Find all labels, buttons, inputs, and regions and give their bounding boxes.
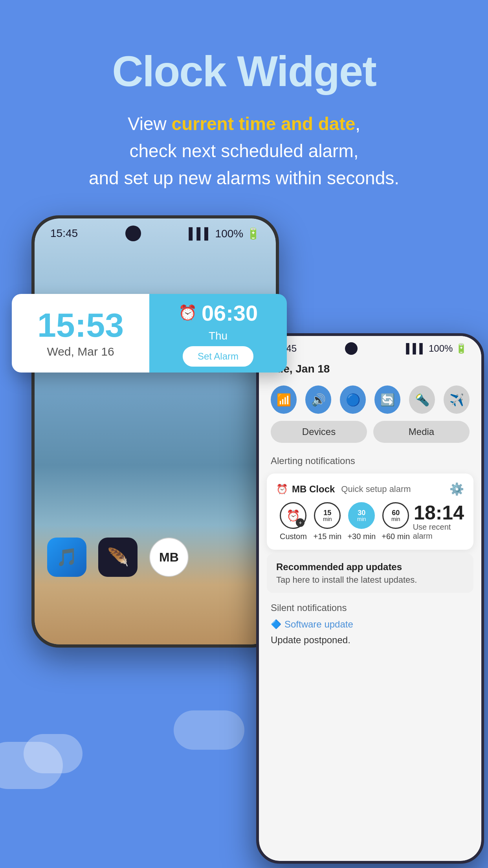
app-icons-row: 🎵 🪶 MB <box>47 538 189 577</box>
custom-alarm-icon: ⏰ + <box>280 502 306 529</box>
header-subtitle: View current time and date, check next s… <box>24 110 464 192</box>
subtitle-comma: , <box>355 114 360 134</box>
widget-time-section: 15:53 Wed, Mar 16 <box>12 294 149 373</box>
dark-app-icon[interactable]: 🪶 <box>98 538 138 577</box>
cloud-decoration-left <box>0 726 118 805</box>
widget-current-time: 15:53 <box>37 308 124 342</box>
news-app-icon[interactable]: MB <box>149 538 189 577</box>
mb-clock-app-name: MB Clock <box>292 484 335 495</box>
subtitle-line2: check next scheduled alarm, <box>130 141 359 161</box>
phones-container: 15:45 ▌▌▌ 100% 🔋 15:53 Wed, Mar 16 ⏰ 06:… <box>0 215 488 805</box>
alarm-clock-icon: ⏰ <box>178 304 197 321</box>
recommended-text: Tap here to install the latest updates. <box>276 575 464 585</box>
custom-alarm-label: Custom <box>280 532 307 541</box>
recommended-title: Recommended app updates <box>276 562 464 573</box>
update-postponed-text: Update postponed. <box>259 632 481 653</box>
back-status-time: 15:45 <box>50 227 78 240</box>
mb-clock-settings-icon[interactable]: ⚙️ <box>449 482 464 496</box>
notification-date: Tue, Jan 18 <box>259 355 481 382</box>
software-update-icon: 🔷 <box>271 619 281 629</box>
mb-clock-notif-left: ⏰ MB Clock Quick setup alarm <box>276 484 411 495</box>
plus60-alarm-icon: 60 min <box>382 502 409 529</box>
mb-clock-actions-row: ⏰ + Custom 15 min +15 min <box>276 502 464 541</box>
front-status-right: ▌▌▌ 100% 🔋 <box>406 343 467 354</box>
alerting-notifications-label: Alerting notifications <box>259 449 481 470</box>
rotate-toggle[interactable]: 🔄 <box>374 385 400 414</box>
front-camera-notch <box>345 342 358 355</box>
app-title: Clock Widget <box>24 47 464 95</box>
mb-recent-alarm-label: Use recent alarm <box>413 523 464 541</box>
plus15-alarm-icon: 15 min <box>314 502 341 529</box>
flashlight-toggle[interactable]: 🔦 <box>409 385 435 414</box>
clock-widget: 15:53 Wed, Mar 16 ⏰ 06:30 Thu Set Alarm <box>12 294 287 373</box>
widget-alarm-day: Thu <box>209 330 227 342</box>
quick-icons-row: 📶 🔊 🔵 🔄 🔦 ✈️ <box>271 385 470 414</box>
back-camera-notch <box>125 226 141 241</box>
header-section: Clock Widget View current time and date,… <box>0 0 488 215</box>
mb-current-time-display: 18:14 Use recent alarm <box>413 503 464 541</box>
airplane-toggle[interactable]: ✈️ <box>444 385 470 414</box>
plus30-alarm-label: +30 min <box>347 532 376 541</box>
plus15-alarm-label: +15 min <box>314 532 342 541</box>
widget-current-date: Wed, Mar 16 <box>47 345 114 358</box>
silent-notifications-label: Silent notifications <box>259 597 481 617</box>
phone-back-screen: 15:45 ▌▌▌ 100% 🔋 <box>35 218 276 644</box>
plus60-alarm-label: +60 min <box>382 532 410 541</box>
software-update-label: Software update <box>284 619 353 630</box>
plus15-alarm-action[interactable]: 15 min +15 min <box>310 502 345 541</box>
mb-time-value: 18:14 <box>414 503 464 523</box>
mb-clock-quick-setup: Quick setup alarm <box>341 484 411 494</box>
media-button[interactable]: Media <box>373 421 470 443</box>
subtitle-line3: and set up new alarms within seconds. <box>89 168 399 188</box>
phone-back: 15:45 ▌▌▌ 100% 🔋 <box>31 215 279 648</box>
set-alarm-button[interactable]: Set Alarm <box>183 346 253 367</box>
mixerbax-app-icon[interactable]: 🎵 <box>47 538 86 577</box>
mb-clock-notif-header: ⏰ MB Clock Quick setup alarm ⚙️ <box>276 482 464 496</box>
quick-settings-panel: 📶 🔊 🔵 🔄 🔦 ✈️ Devices Media <box>259 382 481 449</box>
plus30-alarm-icon: 30 min <box>348 502 375 529</box>
widget-alarm-time: 06:30 <box>202 300 258 326</box>
subtitle-prefix: View <box>128 114 172 134</box>
recommended-updates-notif[interactable]: Recommended app updates Tap here to inst… <box>267 554 473 593</box>
front-status-bar: 06:45 ▌▌▌ 100% 🔋 <box>259 336 481 355</box>
widget-alarm-section: ⏰ 06:30 Thu Set Alarm <box>149 294 287 373</box>
devices-button[interactable]: Devices <box>271 421 367 443</box>
back-status-bar: 15:45 ▌▌▌ 100% 🔋 <box>35 218 276 241</box>
back-status-right: ▌▌▌ 100% 🔋 <box>189 227 260 240</box>
plus60-alarm-action[interactable]: 60 min +60 min <box>379 502 413 541</box>
cloud-decoration-right <box>174 710 252 758</box>
phone-front: 06:45 ▌▌▌ 100% 🔋 Tue, Jan 18 📶 🔊 🔵 🔄 🔦 ✈… <box>256 333 484 864</box>
software-update-link[interactable]: 🔷 Software update <box>259 617 481 632</box>
bluetooth-toggle[interactable]: 🔵 <box>340 385 366 414</box>
volume-toggle[interactable]: 🔊 <box>305 385 331 414</box>
phone-front-screen: 06:45 ▌▌▌ 100% 🔋 Tue, Jan 18 📶 🔊 🔵 🔄 🔦 ✈… <box>259 336 481 861</box>
mb-clock-notification: ⏰ MB Clock Quick setup alarm ⚙️ ⏰ + Cust… <box>267 473 473 550</box>
subtitle-highlight: current time and date <box>172 114 356 134</box>
custom-alarm-action[interactable]: ⏰ + Custom <box>276 502 310 541</box>
wifi-toggle[interactable]: 📶 <box>271 385 297 414</box>
qs-buttons-row: Devices Media <box>271 421 470 443</box>
plus30-alarm-action[interactable]: 30 min +30 min <box>345 502 379 541</box>
widget-alarm-row: ⏰ 06:30 <box>178 300 258 326</box>
mb-clock-small-icon: ⏰ <box>276 484 288 495</box>
